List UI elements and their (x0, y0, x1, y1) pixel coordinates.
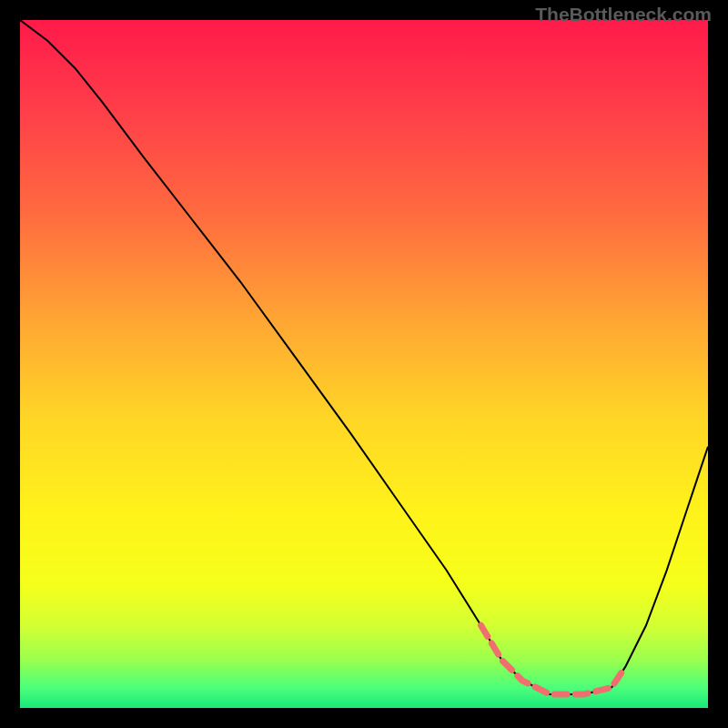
bottleneck-curve (20, 20, 708, 694)
chart-lines (20, 20, 708, 708)
watermark-text: TheBottleneck.com (535, 4, 712, 25)
chart-area (20, 20, 708, 708)
optimal-band (481, 625, 626, 694)
